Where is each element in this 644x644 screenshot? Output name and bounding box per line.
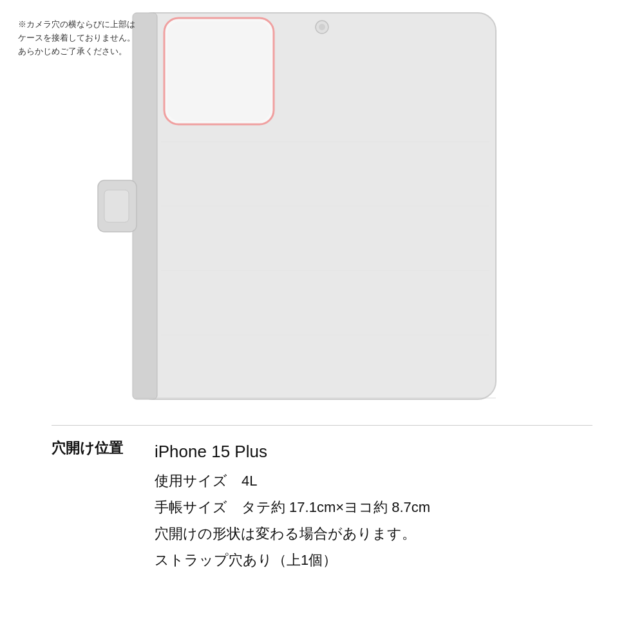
case-svg bbox=[0, 0, 644, 425]
size-label: 使用サイズ 4L bbox=[155, 469, 592, 492]
case-illustration: ※カメラ穴の横ならびに上部は ケースを接着しておりません。 あらかじめご了承くだ… bbox=[0, 0, 644, 425]
page-container: ※カメラ穴の横ならびに上部は ケースを接着しておりません。 あらかじめご了承くだ… bbox=[0, 0, 644, 644]
svg-point-7 bbox=[319, 24, 325, 30]
svg-rect-3 bbox=[104, 190, 129, 222]
svg-rect-5 bbox=[167, 21, 270, 121]
camera-note: ※カメラ穴の横ならびに上部は ケースを接着しておりません。 あらかじめご了承くだ… bbox=[18, 18, 135, 58]
hole-shape-note: 穴開けの形状は変わる場合があります。 bbox=[155, 522, 592, 545]
model-name: iPhone 15 Plus bbox=[155, 439, 592, 466]
strap-info: ストラップ穴あり（上1個） bbox=[155, 549, 592, 571]
notebook-size: 手帳サイズ タテ約 17.1cm×ヨコ約 8.7cm bbox=[155, 496, 592, 518]
label-column: 穴開け位置 bbox=[52, 439, 129, 458]
details-column: iPhone 15 Plus 使用サイズ 4L 手帳サイズ タテ約 17.1cm… bbox=[155, 439, 592, 571]
info-section: 穴開け位置 iPhone 15 Plus 使用サイズ 4L 手帳サイズ タテ約 … bbox=[0, 426, 644, 644]
hole-position-label: 穴開け位置 bbox=[52, 440, 123, 456]
